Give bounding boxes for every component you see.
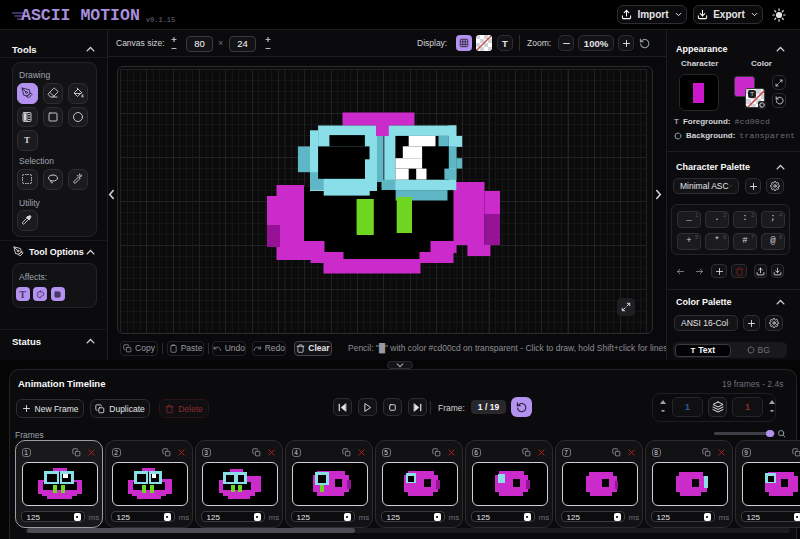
svg-text:T: T	[24, 135, 30, 145]
